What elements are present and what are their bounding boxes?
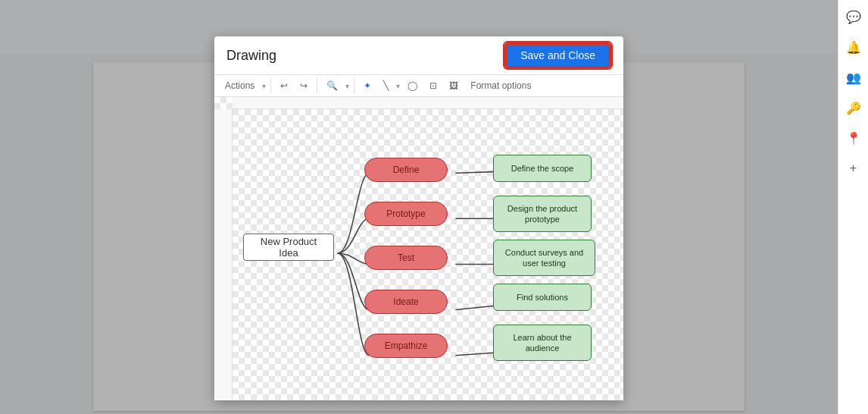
center-node[interactable]: New Product Idea	[243, 234, 334, 261]
sidebar-chat-icon[interactable]: 💬	[845, 8, 863, 26]
zoom-draw-button[interactable]: 🔍	[322, 79, 342, 93]
sidebar-bell-icon[interactable]: 🔔	[845, 38, 863, 56]
ruler-left	[214, 109, 233, 400]
node-test[interactable]: Test	[364, 246, 448, 270]
line-tool[interactable]: ╲	[379, 79, 393, 93]
node-ideate[interactable]: Ideate	[364, 290, 448, 314]
modal-header: Drawing Save and Close	[214, 36, 623, 75]
undo-draw-button[interactable]: ↩	[276, 79, 292, 93]
node-find-solutions[interactable]: Find solutions	[493, 284, 592, 311]
node-conduct-surveys[interactable]: Conduct surveys and user testing	[493, 240, 595, 276]
sidebar-people-icon[interactable]: 👥	[845, 68, 863, 86]
mindmap-container: New Product Idea Define Prototype Test I…	[236, 112, 620, 397]
node-learn-audience[interactable]: Learn about the audience	[493, 325, 592, 361]
toolbar-sep-1	[270, 78, 271, 93]
drawing-toolbar: Actions ▾ ↩ ↪ 🔍 ▾ ✦ ╲ ▾ ◯ ⊡ 🖼 Format opt…	[214, 75, 623, 97]
toolbar-sep-2	[317, 78, 317, 93]
node-define-scope[interactable]: Define the scope	[493, 155, 592, 182]
right-sidebar: 💬 🔔 👥 🔑 📍 +	[838, 0, 868, 414]
drawing-modal: Drawing Save and Close Actions ▾ ↩ ↪ 🔍 ▾…	[214, 36, 623, 400]
sidebar-add-icon[interactable]: +	[845, 159, 863, 177]
actions-menu[interactable]: Actions	[220, 79, 259, 93]
modal-overlay: Drawing Save and Close Actions ▾ ↩ ↪ 🔍 ▾…	[0, 0, 838, 414]
ruler-top	[233, 97, 623, 109]
image-tool[interactable]: 🖼	[445, 79, 463, 93]
actions-chevron: ▾	[262, 82, 266, 90]
textbox-tool[interactable]: ⊡	[425, 79, 442, 93]
select-tool[interactable]: ✦	[359, 79, 376, 93]
redo-draw-button[interactable]: ↪	[295, 79, 312, 93]
save-close-button[interactable]: Save and Close	[504, 42, 611, 68]
shape-tool[interactable]: ◯	[403, 79, 422, 93]
sidebar-location-icon[interactable]: 📍	[845, 129, 863, 147]
toolbar-sep-3	[354, 78, 354, 93]
zoom-chevron: ▾	[345, 82, 349, 90]
drawing-canvas[interactable]: New Product Idea Define Prototype Test I…	[214, 97, 623, 400]
node-prototype[interactable]: Prototype	[364, 202, 448, 226]
line-chevron: ▾	[396, 82, 400, 90]
node-design-prototype[interactable]: Design the product prototype	[493, 196, 592, 232]
node-define[interactable]: Define	[364, 158, 448, 182]
node-empathize[interactable]: Empathize	[364, 334, 448, 358]
modal-title: Drawing	[226, 48, 276, 64]
format-options-btn[interactable]: Format options	[466, 79, 535, 93]
sidebar-key-icon[interactable]: 🔑	[845, 99, 863, 117]
